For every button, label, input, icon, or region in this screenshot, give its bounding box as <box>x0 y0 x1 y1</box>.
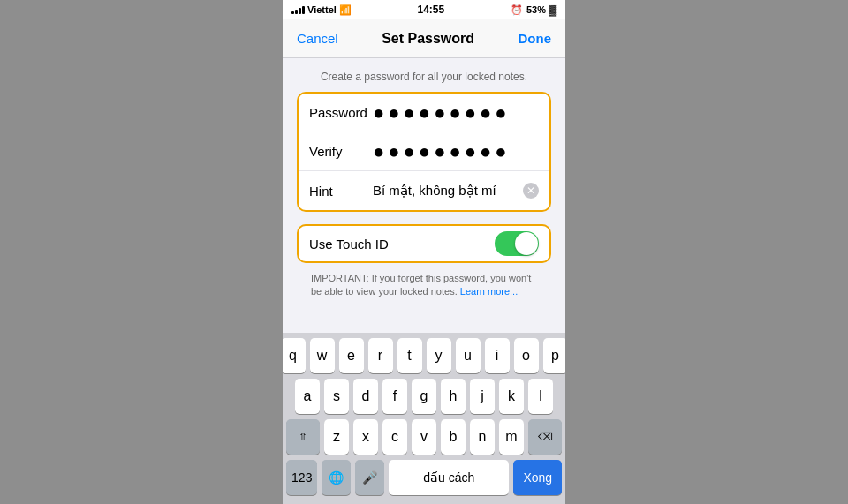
keyboard-row-1: q w e r t y u i o p <box>286 338 562 373</box>
key-g[interactable]: g <box>412 379 436 414</box>
key-b[interactable]: b <box>441 419 466 455</box>
status-right: ⏰ 53% ▓ <box>511 4 556 16</box>
battery-icon: ▓ <box>549 4 556 15</box>
key-k[interactable]: k <box>499 379 524 414</box>
toggle-knob <box>515 232 538 255</box>
key-d[interactable]: d <box>353 379 378 414</box>
status-left: Viettel 📶 <box>292 4 352 16</box>
status-bar: Viettel 📶 14:55 ⏰ 53% ▓ <box>283 0 565 19</box>
key-u[interactable]: u <box>456 338 481 373</box>
key-o[interactable]: o <box>514 338 539 373</box>
keyboard: q w e r t y u i o p a s d f g h j k l ⇧ … <box>283 333 565 504</box>
key-r[interactable]: r <box>368 338 393 373</box>
key-c[interactable]: c <box>382 419 407 455</box>
mic-key[interactable]: 🎤 <box>355 460 384 495</box>
page-title: Set Password <box>382 31 474 47</box>
keyboard-row-4: 123 🌐 🎤 dấu cách Xong <box>286 460 562 495</box>
key-t[interactable]: t <box>398 338 422 373</box>
key-s[interactable]: s <box>324 379 349 414</box>
signal-bars-icon <box>292 5 305 14</box>
key-v[interactable]: v <box>412 419 436 455</box>
key-l[interactable]: l <box>528 379 553 414</box>
wifi-icon: 📶 <box>339 4 352 16</box>
key-z[interactable]: z <box>324 419 349 455</box>
battery-label: 53% <box>526 4 546 15</box>
key-n[interactable]: n <box>470 419 495 455</box>
touch-id-label: Use Touch ID <box>309 237 389 252</box>
warning-text: IMPORTANT: If you forget this password, … <box>297 272 551 299</box>
delete-key[interactable]: ⌫ <box>528 419 562 455</box>
verify-field[interactable]: ●●●●●●●●● <box>373 140 539 163</box>
key-y[interactable]: y <box>427 338 451 373</box>
key-e[interactable]: e <box>339 338 364 373</box>
learn-more-link[interactable]: Learn more... <box>460 286 518 297</box>
touch-id-toggle[interactable] <box>495 231 539 256</box>
done-button[interactable]: Done <box>518 31 551 46</box>
content-area: Create a password for all your locked no… <box>283 58 565 333</box>
form-card: Password ●●●●●●●●● Verify ●●●●●●●●● Hint… <box>297 92 551 212</box>
space-key[interactable]: dấu cách <box>389 460 509 495</box>
hint-row: Hint Bí mật, không bật mí ✕ <box>299 171 549 210</box>
password-field[interactable]: ●●●●●●●●● <box>373 102 539 124</box>
keyboard-row-2: a s d f g h j k l <box>286 379 562 414</box>
keyboard-row-3: ⇧ z x c v b n m ⌫ <box>286 419 562 455</box>
nav-bar: Cancel Set Password Done <box>283 19 565 58</box>
cancel-button[interactable]: Cancel <box>297 31 338 46</box>
hint-label: Hint <box>309 184 373 199</box>
key-m[interactable]: m <box>499 419 524 455</box>
key-f[interactable]: f <box>382 379 407 414</box>
num-key[interactable]: 123 <box>286 460 317 495</box>
phone-container: Viettel 📶 14:55 ⏰ 53% ▓ Cancel Set Passw… <box>283 0 565 504</box>
key-p[interactable]: p <box>543 338 566 373</box>
touch-id-card: Use Touch ID <box>297 224 551 263</box>
shift-key[interactable]: ⇧ <box>286 419 320 455</box>
key-w[interactable]: w <box>310 338 335 373</box>
clock: 14:55 <box>418 4 445 16</box>
done-key[interactable]: Xong <box>513 460 562 495</box>
key-a[interactable]: a <box>295 379 320 414</box>
key-x[interactable]: x <box>353 419 378 455</box>
globe-key[interactable]: 🌐 <box>322 460 351 495</box>
clear-hint-button[interactable]: ✕ <box>523 183 539 199</box>
verify-label: Verify <box>309 144 373 159</box>
key-i[interactable]: i <box>485 338 510 373</box>
carrier-label: Viettel <box>307 4 337 15</box>
verify-row: Verify ●●●●●●●●● <box>299 132 549 171</box>
password-row: Password ●●●●●●●●● <box>299 94 549 132</box>
alarm-icon: ⏰ <box>511 4 523 16</box>
key-q[interactable]: q <box>283 338 306 373</box>
key-j[interactable]: j <box>470 379 495 414</box>
hint-field[interactable]: Bí mật, không bật mí <box>373 183 523 199</box>
key-h[interactable]: h <box>441 379 466 414</box>
password-label: Password <box>309 105 373 120</box>
subtitle-text: Create a password for all your locked no… <box>297 71 551 83</box>
